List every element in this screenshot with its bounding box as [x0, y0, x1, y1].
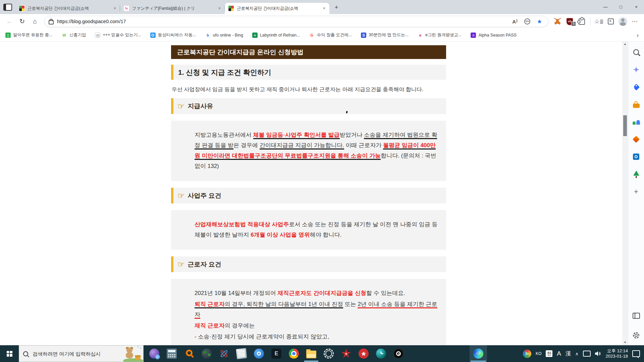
tab-strip: 근로복지공단 간이대지급금(소액 × ファンティア[Fantia](総合) | … [0, 0, 644, 14]
taskbar-icon-atom[interactable] [215, 345, 233, 362]
text-run: 재직근로자도 간이대지급금을 신청 [278, 290, 366, 296]
collections-button[interactable] [606, 18, 616, 24]
taskbar-icon-whale-app[interactable] [372, 345, 390, 362]
action-center-icon[interactable] [632, 350, 640, 357]
pointing-hand-icon: ☞ [177, 102, 185, 110]
bookmark-favicon: ≡ [471, 33, 476, 38]
bookmark-item[interactable]: S 30분만에 앱 만드는... [361, 32, 409, 38]
new-tab-button[interactable]: + [331, 2, 341, 12]
avatar [619, 17, 627, 26]
metamask-extension-icon[interactable] [552, 18, 562, 25]
paragraph: 재직 근로자의 경우에는 [195, 320, 438, 331]
taskbar-icon-target-app[interactable] [390, 345, 407, 362]
taskbar-icon-search-tool[interactable] [180, 345, 198, 362]
bookmark-item[interactable]: G 수익 창출 요건에... [309, 32, 352, 38]
bookmark-item[interactable]: ≡ Alpha Season PASS [471, 33, 517, 38]
taskbar-icon-snowflake-app[interactable] [355, 345, 372, 362]
settings-icon[interactable] [631, 329, 642, 341]
taskbar-icon-calculator[interactable] [163, 345, 180, 362]
favorites-bar-button[interactable]: ☆ [594, 18, 604, 25]
section-heading: 1. 신청 및 지급 조건 확인하기 [171, 65, 446, 80]
refresh-button[interactable]: ↻ [17, 16, 28, 27]
bookmark-label: Alpha Season PASS [478, 33, 517, 38]
bookmark-item[interactable]: e e그린 원격평생교... [418, 32, 462, 38]
maximize-button[interactable]: □ [613, 0, 629, 14]
tools-icon[interactable] [631, 99, 642, 110]
profile-button[interactable] [618, 17, 628, 26]
discover-icon[interactable] [631, 64, 642, 75]
text-run: 지방고용노동관서에서 [195, 132, 253, 138]
games-icon[interactable] [631, 116, 642, 128]
home-button[interactable]: ⌂ [30, 16, 40, 27]
search-icon [23, 351, 28, 356]
bookmark-favicon: W [61, 33, 67, 38]
address-bar[interactable]: A ★ [44, 16, 548, 27]
tree-icon[interactable] [631, 168, 642, 180]
article-title-bar: 근로복지공단 간이대지급금 온라인 신청방법 [171, 45, 446, 59]
bookmark-item[interactable]: W 신흥기업 [61, 32, 86, 38]
language-indicator[interactable]: KO [536, 351, 541, 356]
tab-close-icon[interactable]: × [322, 6, 326, 11]
start-button[interactable] [0, 345, 19, 362]
taskbar-icon-blue-app[interactable] [250, 345, 268, 362]
download-manager-icon[interactable] [523, 350, 531, 358]
taskbar-icon-chrome[interactable] [285, 345, 303, 362]
read-aloud-icon[interactable]: A [510, 19, 520, 24]
side-panel-bottom-icons [628, 310, 644, 341]
settings-menu-button[interactable]: ⋯ [630, 18, 640, 25]
text-run: 2021년 10월 14일부터 개정되어 [195, 290, 278, 296]
page-scrollbar[interactable]: ▲ ▼ [622, 42, 628, 345]
close-button[interactable]: × [629, 0, 644, 14]
bookmark-item[interactable]: ▤ +++ 믿을수 있는기... [95, 32, 141, 38]
tab-close-icon[interactable]: × [113, 6, 117, 11]
windows-logo-icon [7, 351, 12, 357]
bookmarks-overflow-chevron-icon[interactable]: › [634, 32, 639, 39]
url-input[interactable] [56, 18, 507, 24]
add-icon[interactable] [631, 186, 642, 197]
back-button[interactable]: ← [4, 16, 15, 27]
search-icon[interactable] [631, 46, 642, 58]
taskbar-clock[interactable]: 오후 12:14 2023-01-18 [606, 348, 628, 359]
system-tray: KO 한 A 漢 ∧ 오후 12:14 2023-01-18 [523, 345, 644, 362]
scroll-down-icon[interactable]: ▼ [622, 340, 628, 345]
volume-icon[interactable] [595, 351, 601, 356]
office-icon[interactable] [631, 133, 642, 145]
browser-tab[interactable]: 근로복지공단 간이대지급금(소액 × [15, 3, 120, 14]
minimize-button[interactable]: — [598, 0, 613, 14]
taskbar-icon-epic[interactable] [268, 345, 285, 362]
taskbar-icon-notepad[interactable] [233, 345, 250, 362]
ime-latin-indicator[interactable]: A [557, 350, 561, 357]
bookmark-item[interactable]: ▯ 알아두면 유용한 중... [5, 32, 52, 38]
taskbar-search-box[interactable] [19, 345, 144, 362]
outlook-icon[interactable] [631, 151, 642, 163]
bookmark-favicon: ▯ [5, 33, 11, 38]
article: 근로복지공단 간이대지급금 온라인 신청방법 1. 신청 및 지급 조건 확인하… [171, 45, 446, 362]
open-panel-icon[interactable] [631, 310, 642, 321]
ime-hanja-indicator[interactable]: 漢 [566, 350, 571, 357]
bookmark-item[interactable]: b ufo online - Bing [205, 33, 243, 38]
taskbar-icon-edge[interactable] [470, 345, 487, 362]
taskbar-icon-file-explorer[interactable] [303, 345, 320, 362]
tab-actions-menu-button[interactable] [0, 0, 15, 14]
scrollbar-thumb[interactable] [623, 115, 627, 136]
scroll-up-icon[interactable]: ▲ [622, 42, 628, 47]
text-run: - 소송·진정 제기 당시에 근로계약이 종료되지 않았고, [195, 334, 329, 340]
taskbar-icon-star-app[interactable] [337, 345, 355, 362]
browser-tab[interactable]: ファンティア[Fantia](総合) | クリ × [120, 3, 225, 14]
tab-close-icon[interactable]: × [218, 6, 221, 11]
shopping-icon[interactable] [631, 81, 642, 93]
zoom-out-icon[interactable] [522, 18, 532, 24]
bookmark-item[interactable]: + Labyrinth of Refrain... [252, 33, 300, 38]
taskbar-icon-globe[interactable] [198, 345, 215, 362]
taskbar-icon-settings[interactable] [320, 345, 337, 362]
hidden-icons-chevron-icon[interactable]: ∧ [575, 351, 579, 356]
taskbar-icon-media-player[interactable] [146, 345, 163, 362]
ublock-extension-icon[interactable]: 5 [565, 18, 575, 25]
tablet-mode-icon[interactable] [583, 351, 591, 357]
browser-tab[interactable]: 근로복지공단 간이대지급금(소액 × [225, 3, 329, 14]
favorite-star-icon[interactable]: ★ [535, 18, 544, 25]
bookmark-item[interactable]: O 동성티씨에스 자동... [150, 32, 196, 38]
tab-favicon [19, 5, 25, 11]
ime-hangul-indicator[interactable]: 한 [546, 350, 552, 357]
extensions-button[interactable] [577, 18, 587, 25]
